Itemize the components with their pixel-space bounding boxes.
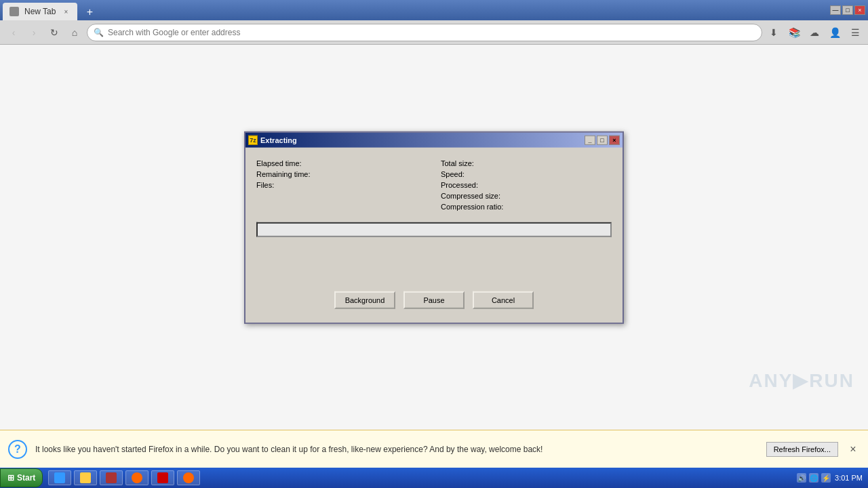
total-size-label: Total size:: [441, 159, 612, 168]
forward-button[interactable]: ›: [26, 24, 42, 41]
taskbar-ie-item[interactable]: [48, 470, 71, 485]
ie-icon: [54, 472, 65, 483]
systray-battery-icon: ⚡: [821, 473, 831, 483]
tab-close-btn[interactable]: ×: [61, 7, 71, 16]
sync-button[interactable]: ☁: [807, 25, 822, 40]
progress-bar-container: [256, 222, 612, 237]
address-bar[interactable]: [87, 24, 762, 41]
tab-label: New Tab: [24, 7, 56, 16]
dialog-minimize-btn[interactable]: _: [585, 136, 595, 145]
refresh-firefox-button[interactable]: Refresh Firefox...: [766, 442, 838, 457]
new-tab-button[interactable]: +: [81, 4, 98, 20]
account-button[interactable]: 👤: [827, 25, 842, 40]
dialog-title: Extracting: [260, 136, 297, 144]
cancel-button[interactable]: Cancel: [473, 291, 534, 309]
systray-icons: 🔊 🌐 ⚡: [797, 473, 831, 483]
processed-label: Processed:: [441, 180, 612, 190]
titlebar-controls: — □ ×: [830, 5, 865, 15]
reload-button[interactable]: ↻: [46, 24, 62, 41]
taskbar-firefox-item[interactable]: [125, 470, 149, 485]
dialog-titlebar: 7z Extracting _ □ ×: [245, 133, 623, 148]
taskbar-clock: 3:01 PM: [835, 474, 863, 482]
dialog-window-controls: _ □ ×: [585, 136, 620, 145]
remaining-time-label: Remaining time:: [256, 169, 427, 179]
dialog-close-btn[interactable]: ×: [609, 136, 620, 145]
address-bar-wrapper: 🔍: [87, 24, 762, 41]
explorer-icon: [80, 472, 91, 483]
menu-button[interactable]: ☰: [848, 25, 863, 40]
start-button[interactable]: ⊞ Start: [0, 468, 43, 487]
systray-network-icon: 🌐: [809, 473, 818, 483]
dialog-app-icon: 7z: [248, 136, 258, 145]
taskbar-avira-item[interactable]: [151, 470, 174, 485]
start-icon: ⊞: [7, 473, 14, 483]
speed-label: Speed:: [441, 169, 612, 179]
notification-text: It looks like you haven't started Firefo…: [35, 445, 758, 454]
taskbar-winrar-item[interactable]: [100, 470, 123, 485]
home-button[interactable]: ⌂: [66, 24, 83, 41]
dialog-info-grid: Elapsed time: Total size: Remaining time…: [256, 159, 612, 211]
winrar-icon: [106, 472, 117, 483]
start-label: Start: [17, 473, 35, 483]
download-button[interactable]: ⬇: [766, 25, 781, 40]
notification-icon: ?: [8, 440, 27, 459]
elapsed-time-label: Elapsed time:: [256, 159, 427, 168]
notification-close-button[interactable]: ×: [846, 443, 860, 456]
toolbar-right: ⬇ 📚 ☁ 👤 ☰: [766, 25, 863, 40]
library-button[interactable]: 📚: [787, 25, 802, 40]
systray-sound-icon: 🔊: [797, 473, 806, 483]
taskbar-ff2-item[interactable]: [177, 470, 200, 485]
close-button[interactable]: ×: [854, 5, 865, 15]
dialog-overlay: 7z Extracting _ □ × Elapsed time: Total …: [244, 131, 624, 324]
browser-titlebar: New Tab × + — □ ×: [0, 0, 868, 20]
notification-bar: ? It looks like you haven't started Fire…: [0, 430, 868, 468]
minimize-button[interactable]: —: [830, 5, 841, 15]
firefox2-icon: [183, 472, 194, 483]
browser-tab[interactable]: New Tab ×: [3, 3, 77, 20]
files-label: Files:: [256, 180, 427, 190]
taskbar-explorer-item[interactable]: [74, 470, 97, 485]
dialog-body: Elapsed time: Total size: Remaining time…: [245, 148, 623, 323]
back-button[interactable]: ‹: [5, 24, 22, 41]
maximize-button[interactable]: □: [842, 5, 853, 15]
watermark: ANY▶RUN: [749, 369, 854, 392]
browser-content: 7z Extracting _ □ × Elapsed time: Total …: [0, 45, 868, 430]
dialog-title-left: 7z Extracting: [248, 136, 297, 145]
dialog-spacer: [256, 245, 612, 286]
taskbar-right: 🔊 🌐 ⚡ 3:01 PM: [791, 473, 868, 483]
extracting-dialog: 7z Extracting _ □ × Elapsed time: Total …: [244, 131, 624, 324]
background-button[interactable]: Background: [334, 291, 395, 309]
compressed-size-label: Compressed size:: [441, 191, 612, 201]
tab-favicon: [9, 7, 19, 16]
avira-icon: [157, 472, 168, 483]
browser-toolbar: ‹ › ↻ ⌂ 🔍 ⬇ 📚 ☁ 👤 ☰: [0, 20, 868, 45]
dialog-buttons: Background Pause Cancel: [256, 286, 612, 312]
taskbar: ⊞ Start 🔊 🌐 ⚡ 3:01 PM: [0, 468, 868, 488]
taskbar-items: [43, 470, 791, 485]
compression-ratio-label: Compression ratio:: [441, 202, 612, 211]
firefox-icon: [132, 472, 142, 483]
dialog-maximize-btn[interactable]: □: [597, 136, 608, 145]
pause-button[interactable]: Pause: [403, 291, 465, 309]
